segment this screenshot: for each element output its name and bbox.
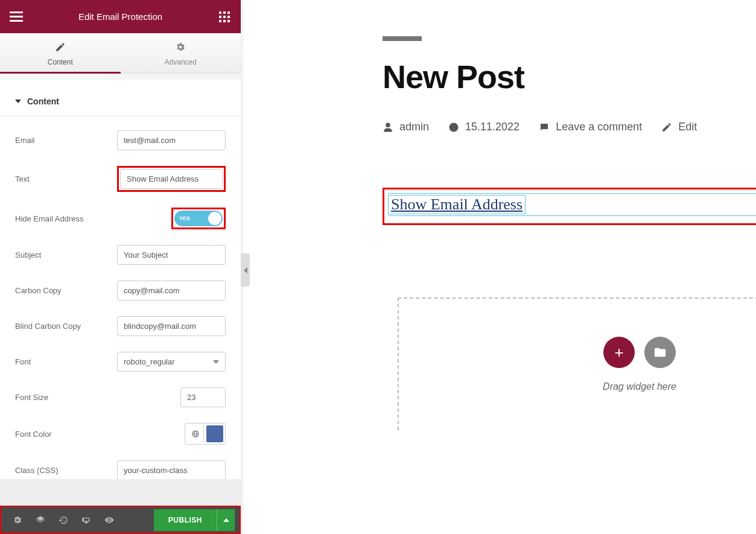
bcc-label: Blind Carbon Copy	[15, 322, 117, 331]
tab-advanced[interactable]: Advanced	[121, 33, 241, 73]
clock-icon	[448, 122, 459, 133]
tabs: Content Advanced	[0, 33, 241, 74]
devices-icon	[81, 515, 91, 525]
history-icon	[59, 515, 68, 525]
cc-label: Carbon Copy	[15, 286, 117, 295]
email-label: Email	[15, 136, 117, 145]
navigator-button[interactable]	[29, 506, 52, 534]
svg-rect-10	[223, 20, 226, 22]
fontcolor-swatch[interactable]	[206, 425, 223, 442]
global-color-button[interactable]	[187, 425, 204, 442]
fontsize-input[interactable]	[180, 387, 226, 407]
add-widget-button[interactable]: +	[603, 337, 635, 368]
row-bcc: Blind Carbon Copy	[15, 308, 226, 344]
svg-rect-8	[227, 16, 230, 18]
svg-rect-9	[219, 20, 221, 22]
svg-rect-2	[10, 20, 23, 22]
svg-rect-4	[223, 11, 226, 14]
row-text: Text	[15, 158, 226, 200]
email-input[interactable]	[117, 130, 226, 150]
section-toggle-content[interactable]: Content	[0, 86, 241, 116]
history-button[interactable]	[52, 506, 75, 534]
sidebar-panel: Edit Email Protection Content Advanced C…	[0, 0, 241, 534]
template-library-button[interactable]	[644, 337, 676, 368]
user-icon	[383, 122, 393, 133]
caret-up-icon	[223, 518, 229, 522]
eye-icon	[104, 515, 114, 525]
font-select[interactable]: roboto_regular	[117, 352, 226, 372]
post-meta: admin 15.11.2022 Leave a comment Edit	[383, 121, 756, 133]
row-subject: Subject	[15, 237, 226, 273]
row-fontsize: Font Size	[15, 380, 226, 415]
meta-comments[interactable]: Leave a comment	[539, 121, 642, 133]
tab-content[interactable]: Content	[0, 33, 121, 73]
widget-container[interactable]: Show Email Address	[388, 193, 756, 216]
row-fontcolor: Font Color	[15, 415, 226, 453]
row-cc: Carbon Copy	[15, 273, 226, 308]
caret-down-icon	[15, 100, 21, 103]
svg-rect-5	[227, 11, 230, 14]
folder-icon	[653, 346, 667, 359]
plus-icon: +	[614, 343, 623, 362]
tab-advanced-label: Advanced	[165, 58, 197, 66]
layers-icon	[36, 515, 45, 525]
subject-label: Subject	[15, 250, 117, 259]
pencil-icon	[661, 122, 672, 133]
responsive-button[interactable]	[75, 506, 98, 534]
publish-dropdown-button[interactable]	[217, 509, 235, 531]
post-title: New Post	[383, 58, 756, 95]
globe-icon	[191, 430, 200, 438]
cc-input[interactable]	[117, 281, 226, 300]
class-input[interactable]	[117, 460, 226, 479]
toggle-yes-label: YES	[179, 215, 190, 221]
text-label: Text	[15, 174, 117, 183]
svg-rect-0	[10, 11, 23, 13]
sidebar-footer: PUBLISH	[0, 506, 241, 534]
drop-zone[interactable]: + Drag widget here	[398, 297, 756, 430]
svg-rect-3	[219, 11, 221, 14]
hamburger-menu-icon[interactable]	[9, 10, 24, 24]
row-hide-email: Hide Email Address YES	[15, 200, 226, 237]
toggle-knob	[208, 212, 221, 225]
widget-selection-highlight: Show Email Address	[383, 188, 756, 225]
editor-canvas: New Post admin 15.11.2022 Leave a commen…	[241, 0, 756, 534]
row-font: Font roboto_regular	[15, 344, 226, 380]
hide-email-label: Hide Email Address	[15, 214, 171, 223]
svg-rect-1	[10, 16, 23, 17]
email-protection-link[interactable]: Show Email Address	[389, 195, 525, 214]
subject-input[interactable]	[117, 245, 226, 265]
hide-email-toggle[interactable]: YES	[174, 211, 223, 226]
settings-button[interactable]	[6, 506, 29, 534]
controls-list: Email Text Hide Email Address YES Subjec…	[0, 116, 241, 479]
svg-rect-7	[223, 16, 226, 18]
sidebar-title: Edit Email Protection	[78, 11, 162, 22]
drop-zone-label: Drag widget here	[603, 381, 676, 392]
sidebar-header: Edit Email Protection	[0, 0, 241, 33]
accent-bar	[383, 36, 422, 41]
comment-icon	[539, 122, 550, 133]
svg-rect-11	[227, 20, 230, 22]
meta-edit[interactable]: Edit	[661, 121, 697, 133]
bcc-input[interactable]	[117, 316, 226, 336]
text-input[interactable]	[120, 169, 223, 189]
font-label: Font	[15, 357, 117, 366]
svg-rect-6	[219, 16, 221, 18]
apps-grid-icon[interactable]	[217, 10, 232, 24]
gear-icon	[175, 42, 186, 52]
row-email: Email	[15, 122, 226, 158]
tab-content-label: Content	[48, 58, 73, 66]
fontcolor-label: Font Color	[15, 430, 185, 439]
preview-button[interactable]	[98, 506, 121, 534]
meta-date[interactable]: 15.11.2022	[448, 121, 519, 133]
fontsize-label: Font Size	[15, 393, 180, 402]
pencil-icon	[55, 42, 66, 52]
gear-icon	[13, 515, 22, 525]
row-class: Class (CSS)	[15, 453, 226, 479]
publish-button[interactable]: PUBLISH	[154, 509, 217, 531]
section-title: Content	[27, 97, 59, 106]
class-label: Class (CSS)	[15, 466, 117, 475]
meta-author[interactable]: admin	[383, 121, 429, 133]
